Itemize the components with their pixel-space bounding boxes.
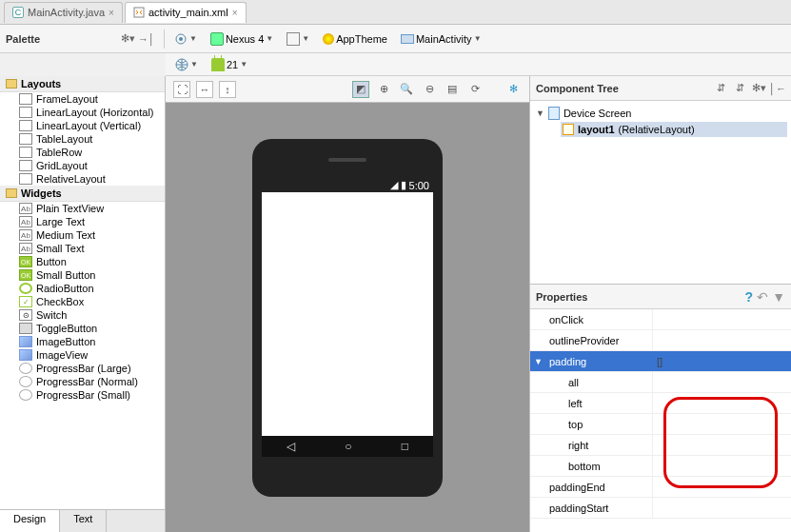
close-icon[interactable]: ×: [232, 8, 238, 18]
palette-item-medium-text[interactable]: AbMedium Text: [0, 228, 165, 242]
prop-name: bottom: [530, 461, 652, 472]
palette-item-plain-textview[interactable]: AbPlain TextView: [0, 202, 165, 215]
tab-activity-main-xml[interactable]: activity_main.xml ×: [125, 2, 247, 23]
palette-item-progressbar-small[interactable]: ProgressBar (Small): [0, 388, 165, 402]
filter-icon[interactable]: ▼: [772, 289, 785, 305]
api-label: 21: [227, 59, 238, 70]
file-tabs: C MainActivity.java × activity_main.xml …: [0, 0, 791, 25]
prop-row-padding-bottom[interactable]: bottom: [530, 456, 791, 477]
gear-icon[interactable]: ✻▾: [751, 81, 766, 96]
design-canvas[interactable]: ◢ ▮ 5:00 ◁ ○ □: [166, 103, 529, 532]
prop-value[interactable]: [652, 456, 791, 476]
design-surface-dropdown[interactable]: ▼: [170, 30, 201, 48]
prop-row-padding-right[interactable]: right: [530, 435, 791, 456]
palette-item-linearlayout-v[interactable]: LinearLayout (Vertical): [0, 119, 165, 132]
back-icon[interactable]: ◁: [287, 440, 295, 453]
settings-gear-icon[interactable]: ✻: [504, 81, 522, 98]
palette-item-switch[interactable]: ⊙Switch: [0, 308, 165, 322]
prop-row-padding-left[interactable]: left: [530, 393, 791, 414]
prop-name: padding: [530, 356, 652, 367]
locale-dropdown[interactable]: ▼: [171, 56, 202, 73]
prop-row-padding[interactable]: ▼padding[]: [530, 351, 791, 372]
refresh-icon[interactable]: ⟳: [466, 81, 484, 98]
expand-triangle-icon[interactable]: ▼: [536, 108, 544, 118]
close-icon[interactable]: ×: [109, 8, 114, 18]
palette-item-gridlayout[interactable]: GridLayout: [0, 159, 165, 172]
zoom-out-icon[interactable]: ⊖: [421, 81, 438, 98]
activity-icon: [401, 34, 414, 44]
phone-screen[interactable]: ◢ ▮ 5:00 ◁ ○ □: [262, 179, 433, 457]
progress-icon: [19, 363, 32, 374]
tab-design[interactable]: Design: [0, 510, 60, 532]
prop-value[interactable]: [652, 477, 791, 497]
expand-triangle-icon[interactable]: ▼: [534, 357, 543, 366]
palette-item-relativelayout[interactable]: RelativeLayout: [0, 172, 165, 186]
palette-item-imageview[interactable]: ImageView: [0, 348, 165, 362]
expand-icon[interactable]: ⇵: [713, 81, 728, 96]
home-icon[interactable]: ○: [345, 440, 351, 453]
layouts-group-header[interactable]: Layouts: [0, 76, 165, 92]
collapse-icon[interactable]: ⇵: [732, 81, 747, 96]
item-label: Plain TextView: [36, 203, 104, 214]
prop-value[interactable]: [652, 498, 791, 518]
palette-item-button[interactable]: OKButton: [0, 255, 165, 268]
undo-icon[interactable]: ↶: [757, 289, 768, 305]
prop-value[interactable]: [652, 330, 791, 350]
prop-row-outlineprovider[interactable]: outlineProvider: [530, 330, 791, 351]
device-dropdown[interactable]: Nexus 4▼: [207, 30, 277, 48]
palette-item-progressbar-large[interactable]: ProgressBar (Large): [0, 362, 165, 375]
design-canvas-panel: ⛶ ↔ ↕ ◩ ⊕ 🔍 ⊖ ▤ ⟳ ✻ ◢ ▮: [166, 76, 529, 532]
tree-item-device-screen[interactable]: ▼ Device Screen: [534, 105, 787, 122]
api-dropdown[interactable]: 21▼: [208, 56, 251, 73]
palette-item-imagebutton[interactable]: ImageButton: [0, 335, 165, 348]
palette-item-togglebutton[interactable]: ToggleButton: [0, 322, 165, 335]
gear-icon[interactable]: ✻▾: [120, 31, 135, 47]
palette-item-tablelayout[interactable]: TableLayout: [0, 132, 165, 146]
prop-row-paddingstart[interactable]: paddingStart: [530, 498, 791, 519]
prop-value[interactable]: [652, 309, 791, 329]
palette-item-progressbar-normal[interactable]: ProgressBar (Normal): [0, 375, 165, 388]
recent-icon[interactable]: □: [402, 440, 408, 453]
prop-value[interactable]: []: [652, 351, 791, 371]
palette-item-tablerow[interactable]: TableRow: [0, 146, 165, 159]
prop-value[interactable]: [652, 372, 791, 392]
palette-item-radiobutton[interactable]: RadioButton: [0, 282, 165, 295]
hide-icon[interactable]: │←: [770, 81, 785, 96]
zoom-fit-icon[interactable]: ⊕: [375, 81, 392, 98]
tab-main-activity-java[interactable]: C MainActivity.java ×: [4, 2, 123, 23]
palette-item-large-text[interactable]: AbLarge Text: [0, 215, 165, 228]
prop-value[interactable]: [652, 435, 791, 455]
prop-value[interactable]: [652, 393, 791, 413]
folder-icon: [6, 188, 17, 198]
palette-list[interactable]: Layouts FrameLayout LinearLayout (Horizo…: [0, 76, 165, 509]
collapse-icon[interactable]: →│: [139, 31, 154, 47]
tree-item-layout1[interactable]: layout1 (RelativeLayout): [561, 122, 787, 137]
tab-text[interactable]: Text: [60, 510, 107, 532]
palette-item-small-button[interactable]: OKSmall Button: [0, 268, 165, 282]
clipboard-icon[interactable]: ▤: [444, 81, 461, 98]
palette-item-checkbox[interactable]: ✓CheckBox: [0, 295, 165, 308]
widgets-group-header[interactable]: Widgets: [0, 186, 165, 202]
orientation-dropdown[interactable]: ▼: [283, 30, 313, 48]
palette-item-framelayout[interactable]: FrameLayout: [0, 92, 165, 106]
wrap-width-icon[interactable]: ↔: [196, 81, 213, 98]
palette-item-small-text[interactable]: AbSmall Text: [0, 242, 165, 255]
prop-row-padding-all[interactable]: all: [530, 372, 791, 393]
component-tree[interactable]: ▼ Device Screen layout1 (RelativeLayout): [530, 101, 791, 141]
select-icon[interactable]: ◩: [352, 81, 369, 98]
prop-value[interactable]: [652, 414, 791, 434]
viewport-icon[interactable]: ⛶: [173, 81, 190, 98]
prop-row-onclick[interactable]: onClick: [530, 309, 791, 330]
help-icon[interactable]: ?: [745, 289, 754, 305]
palette-item-linearlayout-h[interactable]: LinearLayout (Horizontal): [0, 106, 165, 119]
wrap-height-icon[interactable]: ↕: [219, 81, 236, 98]
radio-icon: [19, 283, 32, 294]
properties-list[interactable]: onClick outlineProvider ▼padding[] all l…: [530, 309, 791, 532]
prop-row-padding-top[interactable]: top: [530, 414, 791, 435]
screen-body[interactable]: [262, 192, 433, 436]
activity-dropdown[interactable]: MainActivity▼: [397, 31, 485, 47]
prop-row-paddingend[interactable]: paddingEnd: [530, 477, 791, 498]
zoom-in-icon[interactable]: 🔍: [398, 81, 415, 98]
theme-dropdown[interactable]: AppTheme: [319, 31, 391, 47]
textview-icon: Ab: [19, 203, 32, 214]
